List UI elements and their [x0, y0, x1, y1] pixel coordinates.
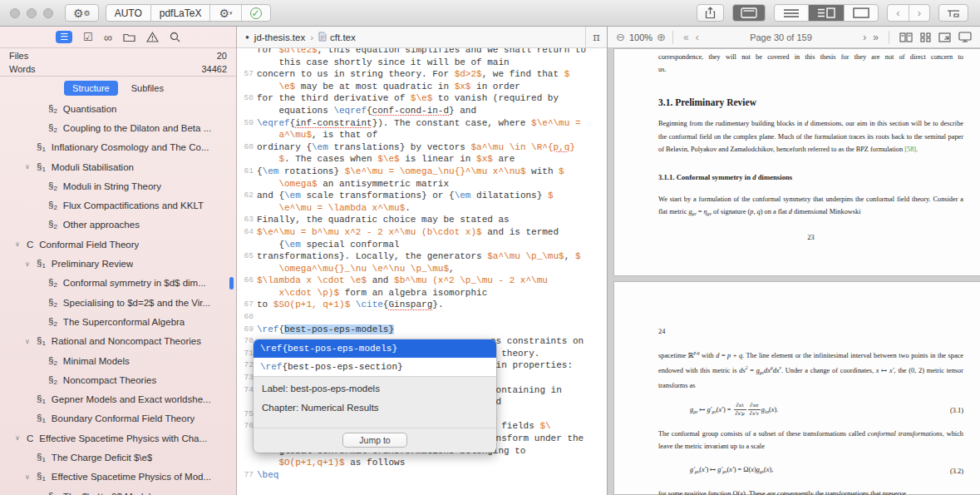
- structure-item[interactable]: §2Coupling to the Dilaton and Beta ...: [0, 118, 236, 137]
- auto-typeset-button[interactable]: AUTO: [106, 5, 151, 21]
- pdf-equation: gμν ↦ g′μν(x′) = ∂xλ∂x′μ∂xσ∂x′νgλσ(x). (…: [658, 403, 963, 418]
- forward-button[interactable]: ›: [909, 5, 929, 21]
- code-line[interactable]: 57concern to us in string theory. For $d…: [237, 68, 607, 81]
- structure-item[interactable]: §2Specialising to $d=2$ and the Vir...: [0, 293, 236, 312]
- structure-item[interactable]: §2Quantisation: [0, 99, 236, 118]
- structure-item[interactable]: ∨CEffective Spacetime Physics with Cha..…: [0, 428, 236, 448]
- pdf-paragraph: The conformal group consists of a subset…: [658, 428, 963, 453]
- search-icon[interactable]: [170, 32, 180, 42]
- compile-status-button[interactable]: ✓: [242, 5, 270, 21]
- close-window-button[interactable]: [10, 8, 20, 18]
- jump-bar-button[interactable]: [938, 4, 968, 22]
- structure-item[interactable]: §2Flux Compactifications and KKLT: [0, 196, 236, 215]
- warning-icon[interactable]: [146, 32, 159, 42]
- last-page-button[interactable]: »: [869, 32, 882, 43]
- code-line[interactable]: 63Finally, the quadratic choice may be s…: [237, 214, 607, 226]
- code-line[interactable]: $. The cases when $\e$ is linear in $x$ …: [237, 153, 607, 166]
- code-line[interactable]: x\cdot \p)$ form an algebra isomorphic: [237, 287, 607, 299]
- math-symbols-button[interactable]: π: [585, 27, 607, 47]
- main-toolbar: ⚙⚙ AUTO pdfLaTeX ⚙▾ ✓: [0, 0, 980, 27]
- next-page-button[interactable]: ›: [859, 32, 869, 43]
- share-button[interactable]: [697, 4, 724, 22]
- code-line[interactable]: this case shortly since it will be of ma…: [237, 57, 607, 69]
- code-line[interactable]: 68: [237, 311, 607, 324]
- settings-button[interactable]: ⚙⚙: [65, 4, 99, 22]
- code-line[interactable]: 65transformations}. Locally, the generat…: [237, 250, 607, 263]
- structure-item[interactable]: ∨§1Rational and Noncompact Theories: [0, 332, 236, 351]
- autocomplete-option[interactable]: \ref{best-pos-eps-section}: [254, 358, 496, 376]
- sidebar-toggle-button[interactable]: [732, 4, 766, 22]
- active-section-indicator: [229, 277, 234, 290]
- structure-item[interactable]: ∨§1Preliminary Review: [0, 254, 236, 273]
- presentation-display-icon[interactable]: [958, 32, 972, 42]
- view-split-segment[interactable]: [809, 5, 845, 21]
- thumbnails-grid-icon[interactable]: [920, 32, 931, 42]
- view-pdf-only-segment[interactable]: [845, 5, 878, 21]
- tab-subfiles[interactable]: Subfiles: [123, 81, 172, 96]
- code-line[interactable]: $O(p+1,q+1)$ as follows: [237, 457, 607, 469]
- code-line[interactable]: 60ordinary {\em translations} by vectors…: [237, 141, 607, 154]
- structure-item[interactable]: ∨CConformal Field Theory: [0, 235, 236, 254]
- link-icon[interactable]: ∞: [104, 32, 112, 43]
- two-page-view-icon[interactable]: [899, 32, 913, 42]
- code-line[interactable]: equations \eqref{conf-cond-in-d} and: [237, 105, 607, 117]
- breadcrumb-file[interactable]: cft.tex: [330, 32, 356, 42]
- code-line[interactable]: 77\beq: [237, 469, 607, 482]
- pdf-toolbar: ⊖ 100% ⊕ « ‹ Page 30 of 159 › »: [608, 27, 980, 48]
- structure-item[interactable]: ∨§1Effective Spacetime Physics of Mod...: [0, 468, 236, 487]
- outline-tab-icon[interactable]: ☰: [56, 31, 72, 43]
- first-page-button[interactable]: «: [680, 32, 692, 43]
- files-count-value: 20: [217, 51, 227, 61]
- zoom-window-button[interactable]: [43, 8, 53, 18]
- code-line[interactable]: 66$\lambda x \cdot \e$ and $b^\mu (x^2 \…: [237, 275, 607, 287]
- popout-window-icon[interactable]: [938, 32, 951, 42]
- structure-item[interactable]: §2Noncompact Theories: [0, 370, 236, 389]
- back-button[interactable]: ‹: [888, 5, 909, 21]
- zoom-in-icon[interactable]: ⊕: [657, 31, 666, 43]
- structure-item[interactable]: §2Other approaches: [0, 215, 236, 235]
- code-line[interactable]: 69\ref{best-pos-eps-models}: [237, 324, 607, 336]
- engine-select-button[interactable]: pdfLaTeX: [151, 5, 211, 21]
- structure-item[interactable]: §2The $\e \to 0$ Models: [0, 487, 236, 495]
- structure-item[interactable]: §2Minimal Models: [0, 351, 236, 370]
- chapter-info-line: Chapter: Numerical Results: [262, 403, 488, 413]
- code-line[interactable]: 64$\e^\mu = b^\mu x^2 - 2 x^\mu (b\cdot …: [237, 226, 607, 239]
- structure-item-label: The Superconformal Algebra: [63, 317, 185, 327]
- line-number: 67: [237, 299, 257, 311]
- section-prefix: §1: [37, 394, 46, 405]
- structure-item[interactable]: §1Inflationary Cosmology and The Co...: [0, 138, 236, 157]
- pdf-content[interactable]: correspondence, they will not be covered…: [608, 48, 980, 495]
- chevron-down-icon: ∨: [25, 338, 37, 345]
- todo-checkbox-icon[interactable]: ☑: [83, 32, 93, 42]
- structure-item[interactable]: §2Conformal symmetry in $d$ dim...: [0, 274, 236, 293]
- code-line[interactable]: 61{\em rotations} $\e^\mu = \omega_\nu{}…: [237, 166, 607, 178]
- code-line[interactable]: \omega^\mu{}_\nu \e^\nu \p_\mu$,: [237, 263, 607, 275]
- autocomplete-option-selected[interactable]: \ref{best-pos-eps-models}: [254, 339, 496, 358]
- line-number: [237, 129, 257, 141]
- code-line[interactable]: \e^\mu = \lambda x^\mu$.: [237, 202, 607, 215]
- code-line[interactable]: 59\eqref{inf-constraint}). The constant …: [237, 117, 607, 130]
- structure-item[interactable]: §1Gepner Models and Exact worldshe...: [0, 389, 236, 408]
- code-line[interactable]: {\em special conformal: [237, 239, 607, 251]
- code-line[interactable]: 58for the third derivative of $\e$ to va…: [237, 92, 607, 105]
- zoom-out-icon[interactable]: ⊖: [616, 31, 625, 43]
- line-number: [237, 457, 257, 469]
- structure-item[interactable]: §1The Charge Deficit $\e$: [0, 448, 236, 467]
- previous-page-button[interactable]: ‹: [692, 32, 702, 43]
- structure-item[interactable]: ∨§1Moduli Stabilisation: [0, 157, 236, 176]
- folder-icon[interactable]: [123, 32, 135, 42]
- typeset-settings-button[interactable]: ⚙▾: [210, 5, 241, 21]
- view-editor-only-segment[interactable]: [775, 5, 809, 21]
- code-line[interactable]: \e$ may be at most quadratic in $x$ in o…: [237, 81, 607, 93]
- structure-item[interactable]: §1Boundary Conformal Field Theory: [0, 409, 236, 428]
- structure-item[interactable]: §2Moduli in String Theory: [0, 176, 236, 196]
- structure-item[interactable]: §2The Superconformal Algebra: [0, 312, 236, 331]
- code-line[interactable]: a^\mu$, is that of: [237, 129, 607, 141]
- code-line[interactable]: 62and {\em scale transformations} or {\e…: [237, 190, 607, 202]
- minimize-window-button[interactable]: [27, 8, 37, 18]
- tab-structure[interactable]: Structure: [64, 81, 118, 96]
- code-line[interactable]: 67to $SO(p+1, q+1)$ \cite{Ginsparg}.: [237, 299, 607, 311]
- jump-to-button[interactable]: Jump to: [342, 433, 407, 448]
- code-line[interactable]: \omega$ an antisymmetric matrix: [237, 178, 607, 191]
- breadcrumb-root[interactable]: jd-thesis.tex: [254, 32, 305, 42]
